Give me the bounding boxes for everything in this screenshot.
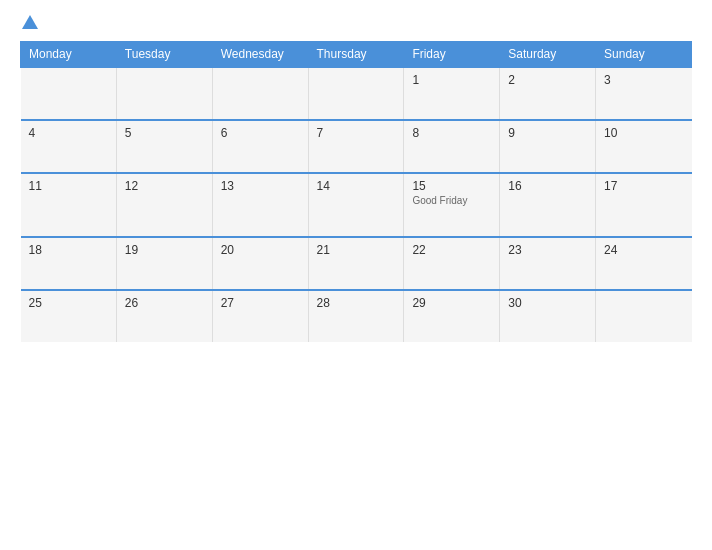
calendar-cell xyxy=(596,290,692,342)
weekday-header-friday: Friday xyxy=(404,42,500,68)
day-number: 29 xyxy=(412,296,491,310)
calendar-cell: 19 xyxy=(116,237,212,290)
day-number: 4 xyxy=(29,126,108,140)
calendar-cell: 9 xyxy=(500,120,596,173)
calendar-cell: 26 xyxy=(116,290,212,342)
day-number: 1 xyxy=(412,73,491,87)
calendar-cell: 4 xyxy=(21,120,117,173)
weekday-header-monday: Monday xyxy=(21,42,117,68)
calendar-header: MondayTuesdayWednesdayThursdayFridaySatu… xyxy=(21,42,692,68)
calendar-cell: 13 xyxy=(212,173,308,237)
calendar-week-0: 123 xyxy=(21,67,692,120)
day-number: 8 xyxy=(412,126,491,140)
calendar-cell xyxy=(308,67,404,120)
day-number: 30 xyxy=(508,296,587,310)
day-number: 20 xyxy=(221,243,300,257)
weekday-header-sunday: Sunday xyxy=(596,42,692,68)
calendar-week-1: 45678910 xyxy=(21,120,692,173)
weekday-header-saturday: Saturday xyxy=(500,42,596,68)
calendar-week-4: 252627282930 xyxy=(21,290,692,342)
day-number: 5 xyxy=(125,126,204,140)
calendar-table: MondayTuesdayWednesdayThursdayFridaySatu… xyxy=(20,41,692,342)
day-number: 24 xyxy=(604,243,683,257)
day-number: 10 xyxy=(604,126,683,140)
day-number: 7 xyxy=(317,126,396,140)
calendar-cell: 3 xyxy=(596,67,692,120)
calendar-cell xyxy=(212,67,308,120)
day-number: 9 xyxy=(508,126,587,140)
weekday-header-wednesday: Wednesday xyxy=(212,42,308,68)
day-number: 28 xyxy=(317,296,396,310)
day-number: 25 xyxy=(29,296,108,310)
calendar-cell: 29 xyxy=(404,290,500,342)
calendar-cell: 10 xyxy=(596,120,692,173)
day-number: 6 xyxy=(221,126,300,140)
calendar-page: MondayTuesdayWednesdayThursdayFridaySatu… xyxy=(0,0,712,550)
day-number: 26 xyxy=(125,296,204,310)
day-number: 27 xyxy=(221,296,300,310)
calendar-body: 123456789101112131415Good Friday16171819… xyxy=(21,67,692,342)
calendar-cell: 17 xyxy=(596,173,692,237)
calendar-cell: 28 xyxy=(308,290,404,342)
calendar-cell: 23 xyxy=(500,237,596,290)
weekday-header-row: MondayTuesdayWednesdayThursdayFridaySatu… xyxy=(21,42,692,68)
calendar-cell: 5 xyxy=(116,120,212,173)
day-number: 3 xyxy=(604,73,683,87)
holiday-label: Good Friday xyxy=(412,195,491,206)
day-number: 22 xyxy=(412,243,491,257)
day-number: 13 xyxy=(221,179,300,193)
calendar-cell: 2 xyxy=(500,67,596,120)
weekday-header-thursday: Thursday xyxy=(308,42,404,68)
calendar-cell: 8 xyxy=(404,120,500,173)
calendar-cell: 24 xyxy=(596,237,692,290)
calendar-week-2: 1112131415Good Friday1617 xyxy=(21,173,692,237)
calendar-cell: 11 xyxy=(21,173,117,237)
day-number: 21 xyxy=(317,243,396,257)
calendar-cell: 6 xyxy=(212,120,308,173)
calendar-cell: 7 xyxy=(308,120,404,173)
logo xyxy=(20,15,40,29)
calendar-cell: 14 xyxy=(308,173,404,237)
calendar-cell: 20 xyxy=(212,237,308,290)
calendar-cell: 22 xyxy=(404,237,500,290)
calendar-cell xyxy=(21,67,117,120)
calendar-cell: 27 xyxy=(212,290,308,342)
calendar-cell: 21 xyxy=(308,237,404,290)
calendar-week-3: 18192021222324 xyxy=(21,237,692,290)
day-number: 15 xyxy=(412,179,491,193)
day-number: 19 xyxy=(125,243,204,257)
logo-triangle-icon xyxy=(22,15,38,29)
calendar-cell: 25 xyxy=(21,290,117,342)
day-number: 23 xyxy=(508,243,587,257)
calendar-cell: 30 xyxy=(500,290,596,342)
day-number: 2 xyxy=(508,73,587,87)
calendar-cell: 12 xyxy=(116,173,212,237)
day-number: 18 xyxy=(29,243,108,257)
calendar-cell: 18 xyxy=(21,237,117,290)
day-number: 17 xyxy=(604,179,683,193)
day-number: 16 xyxy=(508,179,587,193)
day-number: 12 xyxy=(125,179,204,193)
calendar-cell xyxy=(116,67,212,120)
calendar-cell: 1 xyxy=(404,67,500,120)
header xyxy=(20,15,692,29)
day-number: 11 xyxy=(29,179,108,193)
calendar-cell: 15Good Friday xyxy=(404,173,500,237)
weekday-header-tuesday: Tuesday xyxy=(116,42,212,68)
calendar-cell: 16 xyxy=(500,173,596,237)
day-number: 14 xyxy=(317,179,396,193)
